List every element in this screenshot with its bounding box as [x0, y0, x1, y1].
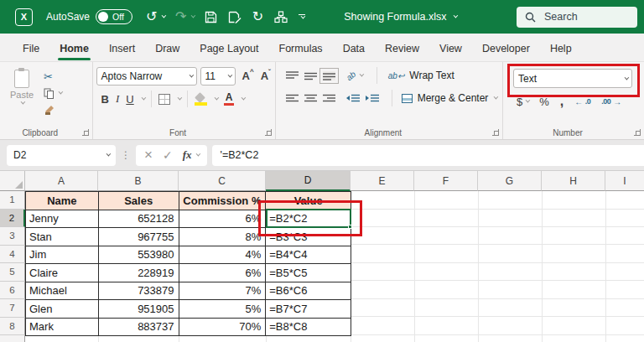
cell-a4[interactable]: Jim — [26, 246, 99, 265]
cell-a8[interactable]: Mark — [26, 319, 99, 337]
tab-view[interactable]: View — [430, 37, 471, 61]
tab-home[interactable]: Home — [50, 37, 98, 61]
copy-button[interactable] — [44, 87, 61, 99]
increase-decimal-button[interactable]: ←.0 — [574, 97, 590, 106]
cell-c8[interactable]: 70% — [179, 319, 267, 337]
enter-button[interactable]: ✓ — [163, 148, 173, 162]
column-header-e[interactable]: E — [351, 171, 414, 191]
column-header-h[interactable]: H — [542, 171, 605, 191]
chevron-down-icon[interactable] — [141, 96, 146, 101]
autosave-control[interactable]: AutoSave Off — [46, 9, 132, 24]
cell-a5[interactable]: Claire — [26, 264, 99, 282]
tab-data[interactable]: Data — [334, 37, 374, 61]
autosave-toggle[interactable]: Off — [96, 9, 132, 24]
cell-d6[interactable]: =B6*C6 — [266, 282, 351, 301]
tab-developer[interactable]: Developer — [473, 37, 539, 61]
cell-c6[interactable]: 7% — [179, 282, 267, 301]
undo-button[interactable]: ↺ — [146, 10, 164, 23]
font-size-combo[interactable]: 11 — [200, 67, 236, 86]
cell-b4[interactable]: 553980 — [99, 246, 179, 265]
cell-c1[interactable]: Commission % — [179, 192, 267, 210]
cancel-button[interactable]: × — [144, 147, 153, 163]
font-name-combo[interactable]: Aptos Narrow — [96, 67, 197, 86]
cell-b3[interactable]: 967755 — [99, 228, 179, 246]
bold-button[interactable]: B — [101, 93, 109, 106]
row-header-9[interactable] — [0, 335, 25, 342]
row-header-6[interactable]: 6 — [0, 282, 25, 300]
select-all-button[interactable] — [0, 171, 25, 191]
row-header-3[interactable]: 3 — [0, 227, 25, 246]
orientation-button[interactable]: ab — [346, 71, 362, 80]
cell-d8[interactable]: =B8*C8 — [266, 319, 351, 337]
name-box[interactable]: D2 — [7, 145, 116, 166]
cell-b7[interactable]: 951905 — [99, 300, 179, 319]
fill-color-button[interactable] — [195, 93, 207, 106]
cell-a1[interactable]: Name — [26, 192, 99, 210]
cell-b6[interactable]: 733879 — [99, 282, 179, 301]
cell-b8[interactable]: 883737 — [99, 319, 179, 337]
column-header-d[interactable]: D — [266, 171, 351, 191]
redo-button[interactable]: ↷ — [175, 10, 194, 23]
font-color-button[interactable]: A — [224, 92, 235, 106]
tab-review[interactable]: Review — [376, 37, 428, 61]
column-header-i[interactable]: I — [605, 171, 644, 191]
clipboard-dialog-launcher[interactable] — [82, 129, 89, 136]
resize-handle-icon[interactable]: ⋮ — [121, 149, 131, 161]
alignment-dialog-launcher[interactable] — [492, 129, 499, 136]
column-header-c[interactable]: C — [179, 171, 266, 191]
chevron-down-icon[interactable] — [177, 96, 182, 101]
insert-function-button[interactable]: fx — [183, 148, 199, 162]
decrease-font-size-button[interactable]: Aˇ — [261, 70, 271, 82]
italic-button[interactable]: I — [116, 92, 119, 106]
tab-draw[interactable]: Draw — [146, 37, 189, 61]
decrease-indent-button[interactable] — [346, 94, 360, 103]
paste-button[interactable]: Paste — [3, 67, 40, 126]
decrease-decimal-button[interactable]: .00→ — [601, 97, 621, 106]
align-right-button[interactable] — [323, 94, 335, 103]
wrap-text-button[interactable]: ab↩ Wrap Text — [388, 70, 454, 81]
number-dialog-launcher[interactable] — [634, 129, 641, 136]
repeat-button[interactable]: ↻ — [252, 10, 263, 23]
tab-page-layout[interactable]: Page Layout — [190, 37, 267, 61]
font-dialog-launcher[interactable] — [265, 129, 272, 136]
row-header-8[interactable]: 8 — [0, 318, 25, 336]
column-header-g[interactable]: G — [478, 171, 542, 191]
document-title[interactable]: Showing Formula.xlsx — [344, 11, 456, 23]
column-header-f[interactable]: F — [414, 171, 478, 191]
column-header-a[interactable]: A — [25, 171, 98, 191]
cell-b2[interactable]: 652128 — [99, 210, 179, 229]
row-header-1[interactable]: 1 — [0, 191, 25, 210]
column-header-b[interactable]: B — [98, 171, 179, 191]
align-top-button[interactable] — [286, 71, 299, 80]
cell-c2[interactable]: 6% — [179, 210, 267, 229]
excel-app-icon[interactable]: X — [15, 8, 33, 26]
cell-a2[interactable]: Jenny — [26, 210, 99, 229]
cell-c3[interactable]: 8% — [179, 228, 267, 246]
cell-c4[interactable]: 4% — [179, 246, 267, 265]
cell-b1[interactable]: Sales — [99, 192, 179, 210]
row-header-2[interactable]: 2 — [0, 210, 25, 228]
tab-insert[interactable]: Insert — [100, 37, 144, 61]
borders-button[interactable] — [158, 94, 170, 105]
row-header-4[interactable]: 4 — [0, 246, 25, 264]
increase-font-size-button[interactable]: A^ — [242, 70, 254, 82]
underline-button[interactable]: U — [126, 93, 133, 106]
cell-d7[interactable]: =B7*C7 — [266, 300, 351, 319]
cell-d5[interactable]: =B5*C5 — [266, 264, 351, 282]
save-as-button[interactable] — [228, 11, 242, 23]
cell-b5[interactable]: 228919 — [99, 264, 179, 282]
align-center-button[interactable] — [304, 94, 317, 103]
align-left-button[interactable] — [286, 94, 299, 103]
save-button[interactable] — [205, 11, 217, 23]
tab-help[interactable]: Help — [541, 37, 581, 61]
chevron-down-icon[interactable] — [242, 96, 247, 101]
cell-c5[interactable]: 6% — [179, 264, 267, 282]
align-middle-button[interactable] — [304, 71, 317, 80]
cell-a6[interactable]: Michael — [26, 282, 99, 301]
cell-c7[interactable]: 5% — [179, 300, 267, 319]
row-header-7[interactable]: 7 — [0, 299, 25, 318]
chevron-down-icon[interactable] — [214, 96, 219, 101]
cell-a3[interactable]: Stan — [26, 228, 99, 246]
customize-qat-button[interactable] — [299, 14, 305, 19]
merge-center-button[interactable]: Merge & Center — [402, 92, 497, 104]
